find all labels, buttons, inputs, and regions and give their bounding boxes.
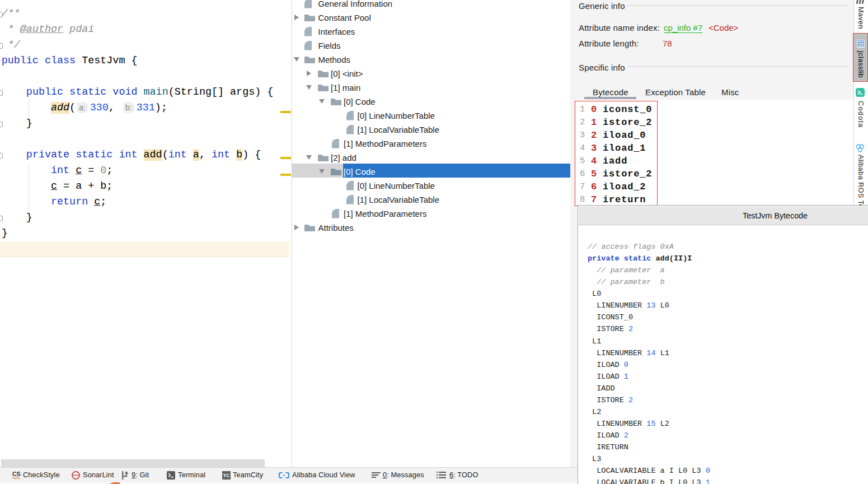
svg-text:TC: TC — [223, 473, 230, 478]
